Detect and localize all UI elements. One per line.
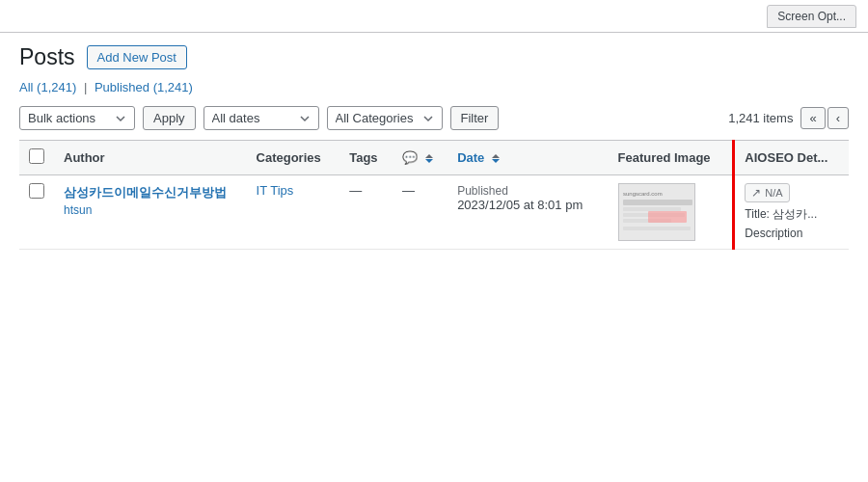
filter-button[interactable]: Filter — [450, 106, 500, 130]
nav-links: All (1,241) | Published (1,241) — [19, 80, 849, 94]
th-date[interactable]: Date — [448, 141, 608, 175]
sort-icon — [425, 154, 433, 163]
table-header-row: Author Categories Tags 💬 Date — [19, 141, 849, 175]
page-header: Posts Add New Post — [19, 44, 849, 70]
category-filter-select[interactable]: All Categories — [327, 106, 443, 130]
post-title-link[interactable]: 삼성카드이메일수신거부방법 — [64, 185, 227, 200]
row-featured-image-cell: sungscard.com — [609, 175, 734, 250]
row-comments-cell: — — [393, 175, 448, 250]
sort-up-icon — [425, 154, 433, 158]
add-new-post-button[interactable]: Add New Post — [87, 45, 187, 69]
comment-icon: 💬 — [402, 150, 418, 165]
tablenav: Bulk actions Apply All dates All Categor… — [19, 106, 849, 130]
th-comments[interactable]: 💬 — [393, 141, 448, 175]
top-bar: Screen Opt... — [0, 0, 868, 33]
row-aioseo-cell: ↗ N/A Title: 삼성카... Description — [734, 175, 849, 250]
date-filter-select[interactable]: All dates — [203, 106, 319, 130]
row-categories-cell: IT Tips — [247, 175, 340, 250]
row-tags-cell: — — [339, 175, 393, 250]
row-author-cell: 삼성카드이메일수신거부방법 htsun — [54, 175, 247, 250]
aioseo-badge: ↗ N/A — [745, 183, 789, 202]
date-sort-up-icon — [492, 154, 500, 158]
row-checkbox-cell — [19, 175, 54, 250]
apply-button[interactable]: Apply — [143, 106, 196, 130]
screen-options-button[interactable]: Screen Opt... — [767, 5, 856, 28]
pagination: « ‹ — [800, 107, 849, 129]
th-author[interactable]: Author — [54, 141, 247, 175]
author-link[interactable]: htsun — [64, 203, 92, 217]
row-author: htsun — [64, 203, 92, 217]
featured-image: sungscard.com — [618, 183, 695, 241]
th-tags: Tags — [339, 141, 393, 175]
th-checkbox — [19, 141, 54, 175]
select-all-checkbox[interactable] — [29, 148, 44, 164]
posts-table: Author Categories Tags 💬 Date — [19, 140, 849, 250]
svg-rect-7 — [623, 227, 691, 230]
bulk-actions-select[interactable]: Bulk actions — [19, 106, 135, 130]
th-aioseo: AIOSEO Det... — [734, 141, 849, 175]
row-checkbox[interactable] — [29, 183, 44, 199]
page-title: Posts — [19, 44, 75, 70]
date-sort-down-icon — [492, 159, 500, 163]
date-sort-icon — [492, 154, 500, 163]
category-link[interactable]: IT Tips — [257, 183, 294, 198]
aioseo-badge-text: N/A — [765, 187, 782, 199]
items-count: 1,241 items — [728, 111, 793, 125]
svg-text:sungscard.com: sungscard.com — [623, 191, 663, 197]
featured-image-svg: sungscard.com — [619, 184, 695, 241]
nav-all-link[interactable]: All (1,241) — [19, 80, 80, 94]
sort-down-icon — [425, 159, 433, 163]
main-content: Posts Add New Post All (1,241) | Publish… — [0, 33, 868, 482]
th-featured-image: Featured Image — [609, 141, 734, 175]
pag-first-button[interactable]: « — [800, 107, 825, 129]
na-icon: ↗ — [751, 186, 761, 200]
th-categories: Categories — [247, 141, 340, 175]
aioseo-title: Title: 삼성카... — [745, 206, 839, 223]
aioseo-description: Description — [745, 227, 839, 240]
svg-rect-2 — [623, 200, 692, 205]
svg-rect-3 — [623, 207, 681, 211]
pag-prev-button[interactable]: ‹ — [827, 107, 849, 129]
svg-rect-6 — [648, 211, 687, 223]
nav-published-link[interactable]: Published (1,241) — [95, 80, 193, 94]
date-status: Published — [457, 184, 508, 198]
table-row: 삼성카드이메일수신거부방법 htsun IT Tips — — Publishe… — [19, 175, 849, 250]
row-date-cell: Published 2023/12/05 at 8:01 pm — [448, 175, 608, 250]
date-value: 2023/12/05 at 8:01 pm — [457, 198, 583, 212]
